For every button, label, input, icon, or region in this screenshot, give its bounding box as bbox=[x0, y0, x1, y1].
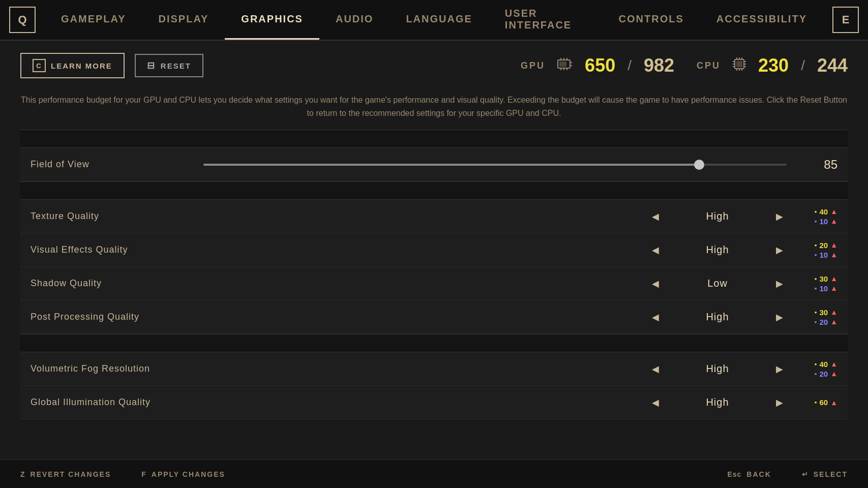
texture-gpu-budget: ▪ 40 ▲ bbox=[815, 207, 837, 216]
texture-quality-next[interactable]: ▶ bbox=[768, 205, 791, 228]
apply-label: APPLY CHANGES bbox=[152, 470, 225, 478]
gi-gpu-value: 60 bbox=[819, 398, 828, 407]
fog-gpu-value: 40 bbox=[819, 360, 828, 369]
revert-label: REVERT CHANGES bbox=[31, 470, 111, 478]
global-illumination-value: High bbox=[667, 396, 768, 408]
post-cpu-budget: ▪ 20 ▲ bbox=[815, 318, 837, 326]
fog-gpu-up: ▲ bbox=[830, 360, 837, 368]
texture-quality-row: Texture Quality ◀ High ▶ ▪ 40 ▲ ▪ 10 ▲ bbox=[20, 200, 848, 233]
visual-effects-value: High bbox=[667, 244, 768, 256]
visual-gpu-budget: ▪ 20 ▲ bbox=[815, 241, 837, 250]
global-illumination-next[interactable]: ▶ bbox=[768, 391, 791, 414]
shadow-cpu-up: ▲ bbox=[830, 284, 837, 292]
nav-item-graphics[interactable]: GRAPHICS bbox=[225, 0, 319, 40]
shadow-quality-next[interactable]: ▶ bbox=[768, 272, 791, 295]
visual-cpu-budget: ▪ 10 ▲ bbox=[815, 251, 837, 259]
fog-cpu-budget: ▪ 20 ▲ bbox=[815, 370, 837, 378]
nav-item-language[interactable]: LANGUAGE bbox=[390, 0, 488, 40]
back-label: BACK bbox=[746, 470, 771, 478]
post-gpu-value: 30 bbox=[819, 308, 828, 317]
reset-label: RESET bbox=[161, 62, 191, 70]
nav-bar: Q GAMEPLAY DISPLAY GRAPHICS AUDIO LANGUA… bbox=[0, 0, 868, 41]
texture-quality-value: High bbox=[667, 210, 768, 222]
visual-effects-next[interactable]: ▶ bbox=[768, 239, 791, 261]
fov-slider-fill bbox=[203, 164, 699, 166]
post-processing-prev[interactable]: ◀ bbox=[644, 306, 667, 328]
shadow-quality-value: Low bbox=[667, 278, 768, 289]
nav-item-accessibility[interactable]: ACCESSIBILITY bbox=[700, 0, 823, 40]
nav-item-audio[interactable]: AUDIO bbox=[319, 0, 390, 40]
global-illumination-controls: ◀ High ▶ bbox=[644, 391, 791, 414]
section-divider-3 bbox=[20, 334, 848, 352]
post-processing-controls: ◀ High ▶ bbox=[644, 306, 791, 328]
section-divider-top bbox=[20, 130, 848, 148]
gpu-separator: / bbox=[627, 57, 632, 74]
visual-effects-controls: ◀ High ▶ bbox=[644, 239, 791, 261]
learn-more-label: LEARN MORE bbox=[51, 62, 112, 70]
performance-info: GPU 650 / 982 CPU bbox=[521, 55, 848, 76]
texture-quality-prev[interactable]: ◀ bbox=[644, 205, 667, 228]
texture-cpu-up: ▲ bbox=[830, 217, 837, 225]
shadow-gpu-value: 30 bbox=[819, 274, 828, 283]
select-action[interactable]: ↵ SELECT bbox=[802, 470, 848, 478]
cpu-label: CPU bbox=[697, 60, 721, 71]
visual-effects-quality-row: Visual Effects Quality ◀ High ▶ ▪ 20 ▲ ▪… bbox=[20, 233, 848, 267]
shadow-gpu-budget: ▪ 30 ▲ bbox=[815, 274, 837, 283]
nav-item-display[interactable]: DISPLAY bbox=[142, 0, 225, 40]
back-action[interactable]: Esc BACK bbox=[727, 470, 771, 478]
gi-gpu-budget: ▪ 60 ▲ bbox=[815, 398, 837, 407]
nav-key-e: E bbox=[832, 7, 859, 33]
volumetric-fog-next[interactable]: ▶ bbox=[768, 358, 791, 380]
gi-gpu-icon: ▪ bbox=[815, 399, 817, 406]
fov-slider-thumb[interactable] bbox=[694, 160, 704, 170]
content-area: C LEARN MORE ⊟ RESET GPU bbox=[0, 41, 868, 419]
performance-description: This performance budget for your GPU and… bbox=[20, 88, 848, 130]
post-processing-next[interactable]: ▶ bbox=[768, 306, 791, 328]
post-processing-quality-row: Post Processing Quality ◀ High ▶ ▪ 30 ▲ … bbox=[20, 300, 848, 334]
reset-key-icon: ⊟ bbox=[147, 60, 156, 71]
visual-effects-prev[interactable]: ◀ bbox=[644, 239, 667, 261]
revert-changes-action[interactable]: Z REVERT CHANGES bbox=[20, 470, 111, 478]
fov-slider-track[interactable] bbox=[203, 164, 787, 166]
gi-gpu-up: ▲ bbox=[830, 399, 837, 407]
shadow-gpu-icon: ▪ bbox=[815, 275, 817, 283]
fov-row: Field of View 85 bbox=[20, 148, 848, 181]
reset-button[interactable]: ⊟ RESET bbox=[135, 54, 203, 77]
cpu-separator: / bbox=[801, 57, 805, 74]
apply-changes-action[interactable]: F APPLY CHANGES bbox=[141, 470, 225, 478]
cpu-max: 244 bbox=[817, 55, 848, 76]
learn-more-button[interactable]: C LEARN MORE bbox=[20, 53, 125, 78]
fov-slider-container[interactable] bbox=[183, 164, 807, 166]
global-illumination-label: Global Illumination Quality bbox=[31, 397, 644, 408]
shadow-quality-budget: ▪ 30 ▲ ▪ 10 ▲ bbox=[797, 274, 837, 293]
section-divider-2 bbox=[20, 181, 848, 200]
nav-item-controls[interactable]: CONTROLS bbox=[603, 0, 700, 40]
fov-value: 85 bbox=[807, 158, 837, 172]
global-illumination-budget: ▪ 60 ▲ bbox=[797, 398, 837, 407]
post-gpu-up: ▲ bbox=[830, 308, 837, 316]
gpu-label: GPU bbox=[521, 60, 545, 71]
learn-key-icon: C bbox=[33, 59, 46, 72]
global-illumination-prev[interactable]: ◀ bbox=[644, 391, 667, 414]
visual-effects-label: Visual Effects Quality bbox=[31, 245, 644, 255]
shadow-quality-prev[interactable]: ◀ bbox=[644, 272, 667, 295]
visual-gpu-icon: ▪ bbox=[815, 241, 817, 249]
select-label: SELECT bbox=[814, 470, 848, 478]
bottom-nav: Z REVERT CHANGES F APPLY CHANGES Esc BAC… bbox=[0, 460, 868, 488]
volumetric-fog-prev[interactable]: ◀ bbox=[644, 358, 667, 380]
revert-key: Z bbox=[20, 470, 25, 478]
post-gpu-budget: ▪ 30 ▲ bbox=[815, 308, 837, 317]
nav-item-gameplay[interactable]: GAMEPLAY bbox=[45, 0, 142, 40]
visual-effects-budget: ▪ 20 ▲ ▪ 10 ▲ bbox=[797, 241, 837, 259]
texture-cpu-budget: ▪ 10 ▲ bbox=[815, 217, 837, 226]
shadow-cpu-value: 10 bbox=[819, 284, 828, 293]
texture-cpu-value: 10 bbox=[819, 217, 828, 226]
fog-cpu-up: ▲ bbox=[830, 370, 837, 378]
visual-cpu-up: ▲ bbox=[830, 251, 837, 259]
post-cpu-value: 20 bbox=[819, 318, 828, 326]
nav-items: GAMEPLAY DISPLAY GRAPHICS AUDIO LANGUAGE… bbox=[45, 0, 823, 40]
texture-cpu-icon: ▪ bbox=[815, 218, 817, 225]
nav-item-user-interface[interactable]: USER INTERFACE bbox=[489, 0, 603, 40]
volumetric-fog-label: Volumetric Fog Resolution bbox=[31, 363, 644, 374]
texture-quality-controls: ◀ High ▶ bbox=[644, 205, 791, 228]
